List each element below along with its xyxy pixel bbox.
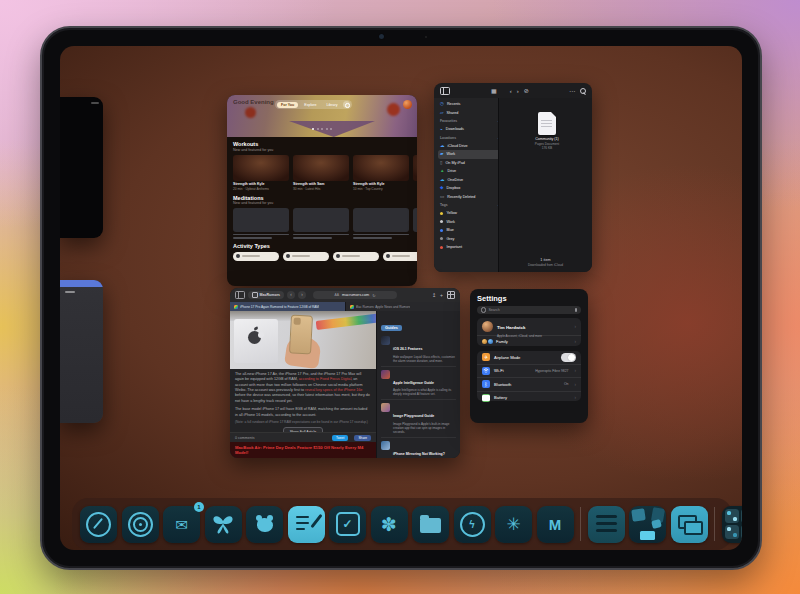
workout-card[interactable]: [413, 155, 417, 191]
dock-collage-icon[interactable]: [629, 506, 666, 543]
sidebar-item-icloud-drive[interactable]: ☁iCloud Drive: [438, 142, 502, 151]
dock-macrumors-icon[interactable]: M: [537, 506, 574, 543]
dock-lists-icon[interactable]: [588, 506, 625, 543]
back-icon[interactable]: ‹: [510, 88, 512, 94]
activity-pill[interactable]: [283, 252, 329, 261]
tag-yellow[interactable]: Yellow: [438, 209, 502, 218]
dock-bear-icon[interactable]: [246, 506, 283, 543]
tab-explore[interactable]: Explore: [300, 102, 320, 108]
workout-card[interactable]: Strength with Kyle 20 min · Upbeat Anthe…: [233, 155, 289, 191]
workout-card[interactable]: Strength with Kyle 10 min · Top Country: [353, 155, 409, 191]
article-link[interactable]: reveal key specs of the iPhone 16e: [305, 388, 362, 392]
row-bluetooth[interactable]: ᛒ Bluetooth On ›: [477, 378, 581, 392]
edge-window-top[interactable]: [60, 97, 103, 238]
dock-chatgpt-icon[interactable]: ✳: [495, 506, 532, 543]
dock-safari-icon[interactable]: [80, 506, 117, 543]
guides-badge[interactable]: Guides: [381, 325, 402, 331]
dock-notes-icon[interactable]: [288, 506, 325, 543]
headline-banner[interactable]: MacBook Air: Prime Day Deals Feature $15…: [230, 442, 376, 458]
dock-fitness-icon[interactable]: [122, 506, 159, 543]
meditation-card[interactable]: [413, 208, 417, 239]
forward-icon[interactable]: ›: [517, 88, 519, 94]
share-button[interactable]: Share: [354, 435, 371, 441]
sidebar-toggle-icon[interactable]: [440, 87, 450, 95]
forward-button[interactable]: ›: [298, 291, 306, 299]
dock-windows-icon[interactable]: [671, 506, 708, 543]
safari-window[interactable]: MacRumors ‹ › AAmacrumors.com↻ ↥ + iPhon…: [230, 288, 460, 458]
tag-important[interactable]: Important: [438, 243, 502, 252]
guide-item[interactable]: Image Playground GuideImage Playground i…: [381, 400, 456, 438]
search-icon[interactable]: [580, 88, 586, 94]
tag-grey[interactable]: Grey: [438, 235, 502, 244]
tweet-button[interactable]: Tweet: [332, 435, 349, 441]
url-bar[interactable]: AAmacrumors.com↻: [313, 291, 397, 299]
tabs-overview-icon[interactable]: [447, 291, 455, 299]
meditation-card[interactable]: [353, 208, 409, 239]
activity-pill[interactable]: [383, 252, 417, 261]
guide-item[interactable]: iPhone Mirroring Not Working?If you're e…: [381, 438, 456, 458]
sidebar-item-dropbox[interactable]: ◆Dropbox: [438, 184, 502, 193]
guide-item[interactable]: Apple Intelligence GuideApple Intelligen…: [381, 367, 456, 401]
view-options-icon[interactable]: ▦: [491, 87, 497, 94]
tab-active[interactable]: iPhone 17 Pro Again Rumored to Feature 1…: [230, 302, 346, 311]
dock-bluesky-icon[interactable]: [205, 506, 242, 543]
back-button[interactable]: ‹: [287, 291, 295, 299]
edge-window-bottom[interactable]: [60, 280, 103, 423]
article-link[interactable]: according to Fixed Focus Digital: [299, 377, 351, 381]
dock-q-lightning-icon[interactable]: ϟ: [454, 506, 491, 543]
tab-library[interactable]: Library: [322, 102, 341, 108]
dock-photos-icon[interactable]: ✽: [371, 506, 408, 543]
more-icon[interactable]: ⋯: [569, 87, 575, 94]
locations-header[interactable]: Locations⌄: [438, 134, 502, 142]
dock-files-icon[interactable]: [412, 506, 449, 543]
folder-icon: [420, 518, 441, 533]
bookmark-pill[interactable]: MacRumors: [248, 291, 284, 299]
reload-icon[interactable]: ↻: [372, 293, 375, 298]
fitness-window[interactable]: Good Evening For You Explore Library Wor…: [227, 95, 417, 286]
sidebar-item-recently-deleted[interactable]: ▭Recently Deleted: [438, 193, 502, 202]
sensor-dot: [425, 36, 427, 38]
share-icon[interactable]: ↥: [432, 292, 436, 298]
sidebar-item-recents[interactable]: ◷Recents: [438, 100, 502, 109]
file-item[interactable]: Community (1) Pages Document 176 KB: [527, 112, 567, 150]
sidebar-item-on-my-ipad[interactable]: ▯On My iPad: [438, 159, 502, 168]
sidebar-item-work[interactable]: ▰Work: [438, 150, 502, 159]
fitness-segmented-control[interactable]: For You Explore Library: [275, 100, 352, 109]
meditation-card[interactable]: [233, 208, 289, 239]
sidebar-item-downloads[interactable]: ◒Downloads: [438, 125, 502, 134]
tab-inactive[interactable]: Mac Rumors: Apple News and Rumors: [346, 302, 461, 311]
wifi-value: Hyperoptic Fibre 9827: [535, 369, 568, 373]
files-sidebar: ◷Recents ▱Shared Favourites⌄ ◒Downloads …: [434, 98, 506, 272]
tab-for-you[interactable]: For You: [277, 102, 298, 108]
airplane-mode-toggle[interactable]: [561, 353, 576, 362]
sidebar-item-onedrive[interactable]: ☁OneDrive: [438, 176, 502, 185]
text-size-icon[interactable]: AA: [335, 293, 340, 297]
sidebar-item-drive[interactable]: ▲Drive: [438, 167, 502, 176]
favourites-header[interactable]: Favourites⌄: [438, 117, 502, 125]
search-icon[interactable]: [343, 101, 350, 108]
workout-card[interactable]: Strength with Sam 30 min · Latest Hits: [293, 155, 349, 191]
dock-mail-icon[interactable]: ✉1: [163, 506, 200, 543]
meditation-card[interactable]: [293, 208, 349, 239]
files-window[interactable]: ▦ ‹ › ⊘ ⋯ ◷Recents ▱Shared Favourites⌄ ◒…: [434, 83, 592, 272]
guide-item[interactable]: iOS 26.1 FeaturesHide wallpaper Liquid G…: [381, 333, 456, 367]
activity-pill[interactable]: [233, 252, 279, 261]
settings-window[interactable]: Settings Search Tim HardwickApple Accoun…: [470, 289, 588, 423]
profile-row[interactable]: Tim HardwickApple Account, iCloud, and m…: [477, 318, 581, 336]
settings-search-field[interactable]: Search: [477, 306, 581, 314]
sidebar-item-shared[interactable]: ▱Shared: [438, 109, 502, 118]
new-tab-icon[interactable]: +: [440, 292, 443, 298]
row-airplane-mode[interactable]: ✈ Airplane Mode: [477, 351, 581, 365]
row-wifi[interactable]: Wi-Fi Hyperoptic Fibre 9827 ›: [477, 365, 581, 379]
tag-work[interactable]: Work: [438, 218, 502, 227]
dock-things-icon[interactable]: ✓: [329, 506, 366, 543]
sidebar-toggle-icon[interactable]: [235, 291, 245, 299]
mic-icon[interactable]: [575, 308, 577, 312]
activity-pill[interactable]: [333, 252, 379, 261]
avatar[interactable]: [403, 100, 412, 109]
row-battery[interactable]: Battery ›: [477, 392, 581, 405]
tag-blue[interactable]: Blue: [438, 226, 502, 235]
tags-header[interactable]: Tags⌄: [438, 201, 502, 209]
dock-app-library-icon[interactable]: [722, 506, 743, 543]
comments-count[interactable]: 0 comments: [235, 436, 255, 440]
